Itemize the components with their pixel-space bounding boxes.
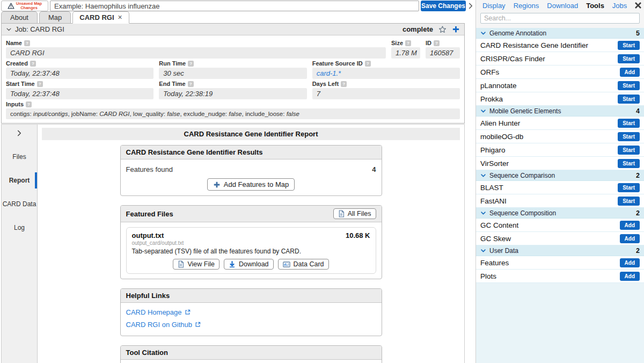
featured-files-title: Featured Files: [126, 210, 173, 218]
sidebar-item-files[interactable]: Files: [2, 145, 37, 169]
help-icon[interactable]: ?: [30, 61, 36, 67]
view-file-button[interactable]: View File: [173, 259, 219, 270]
tool-name: VirSorter: [480, 159, 509, 168]
tool-action-button[interactable]: Add: [620, 272, 640, 281]
add-features-label: Add Features to Map: [224, 180, 289, 188]
tools-search-input[interactable]: [480, 13, 640, 24]
map-name-input[interactable]: [50, 1, 419, 11]
tool-action-button[interactable]: Add: [620, 68, 640, 77]
help-icon[interactable]: ?: [405, 40, 411, 46]
job-panel-header[interactable]: Job: CARD RGI complete: [2, 24, 464, 35]
tab-card-rgi[interactable]: CARD RGI ×: [72, 11, 129, 24]
help-icon[interactable]: ?: [341, 81, 347, 87]
job-title: Job: CARD RGI: [15, 25, 64, 33]
view-file-label: View File: [187, 260, 214, 268]
tool-action-button[interactable]: Start: [618, 197, 640, 206]
card-rgi-github-link[interactable]: CARD RGI on Github: [126, 321, 201, 329]
close-icon[interactable]: [634, 1, 642, 10]
tools-section-header[interactable]: Genome Annotation5: [476, 28, 644, 39]
field-value-feature-source-id[interactable]: card-1.*: [312, 68, 460, 79]
helpful-links-title: Helpful Links: [121, 289, 382, 303]
tab-about[interactable]: About: [1, 11, 38, 24]
all-files-button[interactable]: All Files: [333, 208, 376, 219]
plus-icon[interactable]: [452, 25, 460, 33]
field-label-name: Name?: [6, 40, 386, 46]
tool-action-button[interactable]: Add: [620, 234, 640, 243]
card-homepage-link[interactable]: CARD Homepage: [126, 308, 191, 316]
tools-section-header[interactable]: User Data2: [476, 245, 644, 256]
chevron-down-icon: [6, 26, 12, 32]
tool-row: CRISPR/Cas FinderStart: [476, 52, 644, 66]
field-value-inputs: contigs: input/contigs, jobName: CARD RG…: [6, 108, 460, 119]
menu-item-jobs[interactable]: Jobs: [612, 2, 627, 10]
tool-action-button[interactable]: Start: [618, 132, 640, 141]
help-icon[interactable]: ?: [188, 81, 194, 87]
all-files-label: All Files: [348, 210, 371, 217]
plus-icon: [213, 181, 221, 188]
panel-collapse-chevron-right-icon[interactable]: [466, 1, 475, 11]
job-fields: Name? CARD RGI Size? 1.78 M ID? 160587 C…: [2, 35, 464, 123]
section-count: 2: [636, 209, 640, 217]
add-features-to-map-button[interactable]: Add Features to Map: [207, 178, 295, 191]
section-name: Sequence Comparison: [489, 172, 555, 179]
tools-section-header[interactable]: Sequence Comparison2: [476, 170, 644, 181]
sidebar-item-log[interactable]: Log: [2, 216, 37, 239]
help-icon[interactable]: ?: [365, 61, 371, 67]
download-button[interactable]: Download: [224, 259, 274, 270]
tools-section-header[interactable]: Sequence Composition2: [476, 208, 644, 219]
tool-action-button[interactable]: Start: [618, 159, 640, 168]
tool-name: GC Content: [480, 221, 518, 229]
section-name: Sequence Composition: [489, 209, 556, 217]
unsaved-changes-button[interactable]: Unsaved MapChanges: [1, 1, 48, 11]
tool-row: FastANIStart: [476, 194, 644, 208]
section-name: User Data: [489, 247, 518, 255]
workspace: Files Report CARD Data Log CARD Resistan…: [1, 124, 465, 363]
file-path: output_card/output.txt: [132, 240, 370, 246]
tool-action-button[interactable]: Start: [618, 95, 640, 104]
help-icon[interactable]: ?: [37, 81, 43, 87]
chevron-down-icon: [480, 210, 486, 216]
features-found-value: 4: [372, 165, 376, 173]
tool-action-button[interactable]: Start: [618, 41, 640, 50]
star-icon[interactable]: [438, 25, 447, 34]
tool-name: Prokka: [480, 95, 503, 103]
help-icon[interactable]: ?: [26, 101, 32, 107]
tab-close-icon[interactable]: ×: [118, 13, 122, 21]
data-card-button[interactable]: Data Card: [278, 259, 329, 270]
download-icon: [229, 260, 236, 268]
helpful-links-box: Helpful Links CARD Homepage CARD RGI on …: [120, 288, 382, 336]
sidebar-collapse-chevron-right-icon[interactable]: [2, 125, 37, 145]
tools-section-header[interactable]: Mobile Genetic Elements4: [476, 106, 644, 117]
results-box-title: CARD Resistance Gene Identifier Results: [121, 146, 382, 159]
tool-action-button[interactable]: Add: [620, 221, 640, 230]
menu-item-tools[interactable]: Tools: [586, 2, 604, 10]
menu-item-download[interactable]: Download: [547, 2, 578, 10]
help-icon[interactable]: ?: [434, 40, 440, 46]
menu-item-display[interactable]: Display: [482, 2, 506, 10]
help-icon[interactable]: ?: [188, 61, 194, 67]
tool-row: BLASTStart: [476, 181, 644, 194]
field-value-name: CARD RGI: [6, 47, 386, 59]
tool-row: GC SkewAdd: [476, 232, 644, 245]
external-link-icon: [185, 309, 191, 315]
tool-name: GC Skew: [480, 235, 511, 243]
help-icon[interactable]: ?: [24, 40, 30, 46]
tool-action-button[interactable]: Start: [618, 119, 640, 128]
sidebar-item-card-data[interactable]: CARD Data: [2, 192, 37, 216]
save-changes-button[interactable]: Save Changes: [421, 1, 466, 11]
field-value-end-time: Today, 22:38:19: [159, 88, 306, 99]
sidebar-item-report[interactable]: Report: [2, 169, 37, 192]
tab-map[interactable]: Map: [39, 11, 71, 24]
tool-action-button[interactable]: Start: [618, 146, 640, 155]
tool-action-button[interactable]: Start: [618, 183, 640, 192]
tool-row: VirSorterStart: [476, 157, 644, 170]
tool-action-button[interactable]: Add: [620, 258, 640, 267]
menu-item-regions[interactable]: Regions: [514, 2, 539, 10]
sidebar-item-report-label: Report: [9, 177, 30, 184]
tool-action-button[interactable]: Start: [618, 54, 640, 63]
tool-action-button[interactable]: Start: [618, 81, 640, 90]
tool-row: FeaturesAdd: [476, 256, 644, 270]
input-key: contigs:: [10, 111, 33, 117]
tool-row: ORFsAdd: [476, 66, 644, 79]
tool-citation-box: Tool Citation Alcock et al. 2020. CARD 2…: [120, 345, 382, 363]
